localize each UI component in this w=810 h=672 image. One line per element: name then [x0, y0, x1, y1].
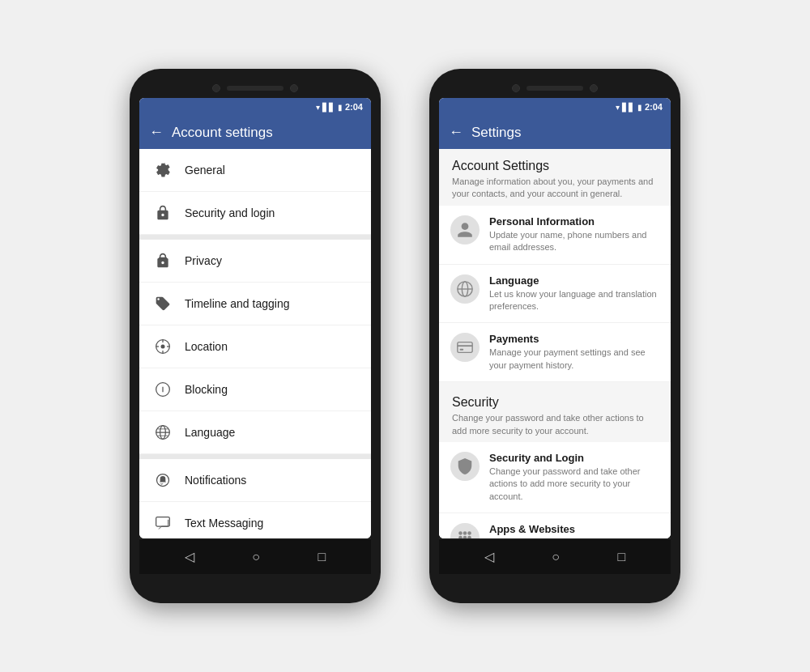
phone-screen-right: ▾ ▋▋ ▮ 2:04 ← Settings Account Settings …: [439, 98, 671, 538]
security-section-title: Security: [452, 395, 658, 410]
payments-title: Payments: [489, 333, 659, 345]
item-label-security: Security and login: [185, 206, 275, 219]
settings-item-language[interactable]: Language: [139, 411, 371, 454]
wifi-icon-right: ▾: [616, 103, 620, 112]
settings-item-notifications[interactable]: Notifications: [139, 454, 371, 502]
language-icon-right: [450, 274, 480, 304]
language-desc-right: Let us know your language and translatio…: [489, 288, 659, 313]
svg-rect-0: [159, 257, 167, 259]
security-section-header: Security Change your password and take o…: [439, 385, 671, 442]
lock-icon: [152, 202, 173, 223]
phone-speaker-left: [227, 86, 284, 91]
person-icon: [450, 215, 480, 245]
app-header-right: ← Settings: [439, 116, 671, 149]
status-time-right: 2:04: [645, 102, 663, 112]
item-label-text-messaging: Text Messaging: [185, 517, 263, 530]
back-arrow-right[interactable]: ←: [449, 124, 463, 141]
status-time-left: 2:04: [345, 102, 363, 112]
settings-content-right: Account Settings Manage information abou…: [439, 149, 671, 538]
shield-icon: [450, 452, 480, 481]
nav-back-right[interactable]: ◁: [484, 549, 494, 564]
settings-item-text-messaging[interactable]: Text Messaging: [139, 502, 371, 538]
blocking-icon: [152, 379, 173, 400]
item-label-privacy: Privacy: [185, 254, 222, 267]
phone-bottom-bar-right: [439, 574, 671, 593]
phone-right: ▾ ▋▋ ▮ 2:04 ← Settings Account Settings …: [429, 69, 680, 603]
wifi-icon-left: ▾: [316, 103, 320, 112]
settings-item-security[interactable]: Security and login: [139, 192, 371, 235]
svg-rect-25: [460, 349, 464, 351]
item-label-location: Location: [185, 340, 228, 353]
settings-item-timeline[interactable]: Timeline and tagging: [139, 283, 371, 325]
phone-camera-left: [212, 84, 220, 92]
nav-home-right[interactable]: ○: [552, 550, 560, 564]
account-section-header: Account Settings Manage information abou…: [439, 149, 671, 206]
globe-icon: [152, 422, 173, 443]
settings-item-blocking[interactable]: Blocking: [139, 368, 371, 411]
battery-icon-left: ▮: [338, 103, 343, 112]
settings-item-privacy[interactable]: Privacy: [139, 235, 371, 283]
settings-item-general[interactable]: General: [139, 149, 371, 192]
detail-item-security-login[interactable]: Security and Login Change your password …: [439, 442, 671, 513]
payments-text: Payments Manage your payment settings an…: [489, 333, 659, 372]
language-title-right: Language: [489, 274, 659, 287]
detail-item-payments[interactable]: Payments Manage your payment settings an…: [439, 323, 671, 382]
account-section-subtitle: Manage information about you, your payme…: [452, 176, 658, 201]
nav-home-left[interactable]: ○: [252, 550, 260, 564]
nav-recents-left[interactable]: □: [318, 550, 326, 564]
bottom-nav-left: ◁ ○ □: [139, 538, 371, 574]
svg-point-2: [161, 345, 165, 349]
payments-desc: Manage your payment settings and see you…: [489, 347, 659, 372]
phone-top-bar-left: [139, 79, 371, 98]
back-arrow-left[interactable]: ←: [149, 124, 164, 141]
phone-screen-left: ▾ ▋▋ ▮ 2:04 ← Account settings Genera: [139, 98, 371, 538]
battery-icon-right: ▮: [637, 103, 642, 112]
text-messaging-icon: [152, 513, 173, 534]
phone-camera-right: [512, 84, 520, 92]
gear-icon: [152, 159, 173, 181]
apps-websites-text: Apps & Websites: [489, 523, 659, 535]
scene: ▾ ▋▋ ▮ 2:04 ← Account settings Genera: [0, 0, 810, 672]
phone-left: ▾ ▋▋ ▮ 2:04 ← Account settings Genera: [130, 69, 381, 603]
security-login-text: Security and Login Change your password …: [489, 452, 659, 503]
nav-recents-right[interactable]: □: [618, 550, 626, 564]
svg-point-27: [463, 531, 467, 535]
detail-item-apps-websites[interactable]: Apps & Websites: [439, 513, 671, 538]
svg-point-28: [467, 531, 471, 535]
privacy-icon: [152, 250, 173, 271]
account-section-items: Personal Information Update your name, p…: [439, 206, 671, 382]
phone-camera-right2: [590, 84, 598, 92]
settings-list-left: General Security and login Privacy: [139, 149, 371, 538]
svg-point-26: [458, 531, 463, 535]
notifications-icon: [152, 470, 173, 491]
item-label-timeline: Timeline and tagging: [185, 297, 289, 310]
svg-rect-15: [156, 517, 170, 527]
personal-info-text: Personal Information Update your name, p…: [489, 215, 659, 254]
item-label-notifications: Notifications: [185, 474, 246, 487]
item-label-general: General: [185, 164, 225, 177]
location-icon: [152, 336, 173, 357]
detail-item-language[interactable]: Language Let us know your language and t…: [439, 265, 671, 324]
security-login-desc: Change your password and take other acti…: [489, 466, 659, 503]
status-icons-right: ▾ ▋▋ ▮ 2:04: [616, 102, 663, 112]
header-title-left: Account settings: [172, 125, 273, 141]
security-section-subtitle: Change your password and take other acti…: [452, 412, 658, 437]
tag-icon: [152, 293, 173, 314]
header-title-right: Settings: [471, 125, 521, 141]
language-text: Language Let us know your language and t…: [489, 274, 659, 313]
detail-item-personal-info[interactable]: Personal Information Update your name, p…: [439, 206, 671, 265]
settings-item-location[interactable]: Location: [139, 325, 371, 368]
phone-speaker-right: [526, 86, 583, 91]
apps-websites-title: Apps & Websites: [489, 523, 659, 535]
item-label-language: Language: [185, 426, 235, 439]
payments-icon: [450, 333, 480, 362]
app-header-left: ← Account settings: [139, 116, 371, 149]
nav-back-left[interactable]: ◁: [185, 549, 194, 564]
security-login-title: Security and Login: [489, 452, 659, 464]
phone-top-bar-right: [439, 79, 671, 98]
personal-info-desc: Update your name, phone numbers and emai…: [489, 229, 659, 254]
account-section-title: Account Settings: [452, 159, 658, 173]
status-icons-left: ▾ ▋▋ ▮ 2:04: [316, 102, 363, 112]
phone-camera-left2: [290, 84, 298, 92]
bottom-nav-right: ◁ ○ □: [439, 538, 671, 574]
